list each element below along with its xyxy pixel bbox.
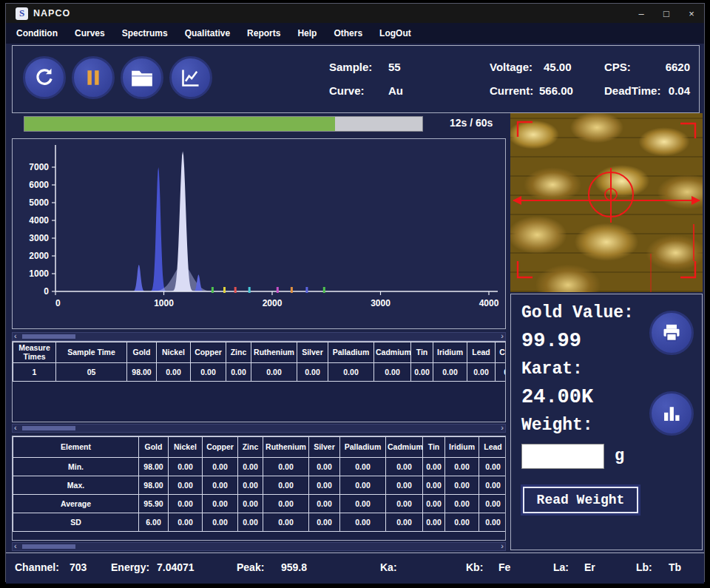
- open-file-button[interactable]: [121, 56, 163, 99]
- sample-value: 55: [388, 61, 401, 73]
- voltage-value: 45.00: [544, 61, 572, 73]
- current-value: 566.00: [539, 84, 573, 97]
- column-header: Zinc: [226, 342, 251, 363]
- scroll-left-icon[interactable]: ‹: [14, 423, 17, 432]
- stats-hscrollbar[interactable]: ‹ ›: [12, 542, 506, 551]
- results-hscrollbar[interactable]: ‹ ›: [12, 424, 506, 433]
- table-cell: 0.00: [203, 458, 238, 476]
- la-label: La:: [553, 561, 569, 573]
- table-cell: 0.00: [445, 495, 479, 513]
- table-cell: 0.00: [340, 513, 386, 532]
- scroll-left-icon[interactable]: ‹: [14, 331, 17, 340]
- scroll-right-icon[interactable]: ›: [501, 541, 504, 550]
- table-cell: 0.00: [423, 476, 445, 495]
- monitor-screen: S NAPCO – □ × ConditionCurvesSpectrumsQu…: [0, 0, 710, 588]
- table-cell: 0.00: [445, 513, 479, 532]
- table-cell: 0.00: [309, 495, 340, 513]
- weight-unit-label: g: [615, 447, 624, 465]
- results-scroll-thumb[interactable]: [22, 426, 75, 430]
- table-cell: 0.00: [238, 513, 263, 532]
- scroll-right-icon[interactable]: ›: [501, 423, 504, 432]
- print-button[interactable]: [649, 311, 694, 355]
- column-header: Iridium: [433, 342, 467, 363]
- weight-input[interactable]: [521, 444, 604, 469]
- progress-track: [24, 116, 423, 132]
- table-row: SD6.000.000.000.000.000.000.000.000.000.…: [13, 513, 507, 532]
- table-cell: Max.: [13, 476, 139, 495]
- menu-item-qualitative[interactable]: Qualitative: [185, 28, 230, 38]
- channel-label: Channel:: [15, 561, 59, 573]
- chart-scroll-thumb[interactable]: [22, 334, 75, 339]
- minimize-button[interactable]: –: [629, 4, 654, 23]
- weight-label: Weight:: [521, 416, 593, 435]
- table-cell: 0.00: [263, 495, 309, 513]
- progress-fill: [24, 117, 335, 131]
- lb-label: Lb:: [636, 561, 652, 573]
- column-header: Ruthenium: [251, 342, 297, 363]
- column-header: Palladium: [328, 342, 374, 363]
- deadtime-label: DeadTime:: [604, 84, 660, 97]
- maximize-button[interactable]: □: [654, 4, 679, 23]
- table-cell: 0.00: [263, 513, 309, 532]
- table-cell: 98.00: [127, 363, 157, 382]
- channel-value: 703: [70, 561, 87, 573]
- progress-time-label: 12s / 60s: [450, 117, 493, 129]
- refresh-button[interactable]: [23, 56, 66, 99]
- table-cell: 0.00: [467, 363, 496, 382]
- column-header: Nickel: [169, 437, 203, 458]
- table-cell: 0.00: [445, 458, 479, 476]
- table-cell: 0.00: [297, 363, 328, 382]
- menu-item-reports[interactable]: Reports: [247, 28, 280, 38]
- statistics-button[interactable]: [649, 391, 694, 436]
- table-row: Average95.900.000.000.000.000.000.000.00…: [13, 495, 507, 513]
- scroll-right-icon[interactable]: ›: [501, 331, 504, 340]
- spectrum-view-button[interactable]: [169, 56, 212, 99]
- column-header: Measure Times: [13, 342, 56, 363]
- peak-value: 959.8: [281, 561, 307, 573]
- menu-item-others[interactable]: Others: [334, 28, 362, 38]
- menu-item-spectrums[interactable]: Spectrums: [122, 28, 168, 38]
- stats-table-box: ElementGoldNickelCopperZincRutheniumSilv…: [12, 436, 506, 541]
- table-cell: Average: [13, 495, 139, 513]
- column-header: Iridium: [445, 437, 479, 458]
- read-weight-button[interactable]: Read Weight: [523, 487, 638, 513]
- table-cell: 0.00: [238, 476, 263, 495]
- stats-table: ElementGoldNickelCopperZincRutheniumSilv…: [13, 436, 506, 532]
- table-cell: SD: [13, 513, 139, 532]
- menu-item-help[interactable]: Help: [297, 28, 317, 38]
- table-cell: 0.00: [309, 458, 340, 476]
- svg-text:4000: 4000: [479, 298, 499, 308]
- menu-item-curves[interactable]: Curves: [75, 28, 105, 38]
- table-cell: 98.00: [139, 458, 169, 476]
- peak-label: Peak:: [237, 561, 264, 573]
- current-label: Current:: [490, 84, 533, 97]
- curve-value: Au: [388, 84, 403, 97]
- scroll-left-icon[interactable]: ‹: [14, 541, 17, 550]
- window-title: NAPCO: [33, 8, 70, 18]
- svg-text:3000: 3000: [29, 233, 49, 243]
- column-header: Tin: [411, 342, 433, 363]
- column-header: Ruthenium: [263, 437, 309, 458]
- column-header: Zinc: [238, 437, 263, 458]
- svg-text:0: 0: [44, 286, 49, 297]
- menu-item-logout[interactable]: LogOut: [379, 28, 411, 38]
- menu-item-condition[interactable]: Condition: [16, 28, 58, 38]
- la-value: Er: [584, 561, 595, 573]
- table-cell: 0.00: [340, 495, 386, 513]
- table-cell: 0.00: [411, 363, 433, 382]
- table-cell: 0.00: [386, 495, 423, 513]
- lb-value: Tb: [669, 561, 681, 573]
- table-cell: 98.00: [139, 476, 169, 495]
- table-cell: 0.00: [386, 476, 423, 495]
- ka-label: Ka:: [380, 561, 397, 573]
- table-cell: 0.00: [328, 363, 374, 382]
- chart-hscrollbar[interactable]: ‹ ›: [12, 332, 506, 341]
- stats-scroll-thumb[interactable]: [22, 544, 75, 549]
- table-cell: 0.00: [191, 363, 226, 382]
- table-cell: 0.00: [386, 513, 423, 532]
- cps-label: CPS:: [604, 61, 631, 73]
- table-cell: 0.00: [169, 495, 203, 513]
- spectrum-svg: 7000600050004000300020001000001000200030…: [13, 139, 505, 328]
- close-button[interactable]: ×: [679, 4, 704, 23]
- pause-button[interactable]: [72, 56, 115, 99]
